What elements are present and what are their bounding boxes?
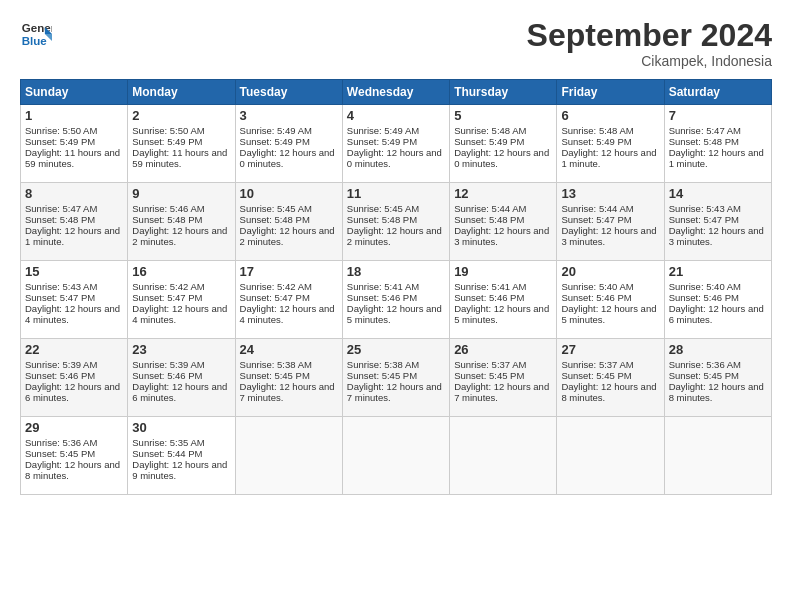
sunrise-label: Sunrise: 5:44 AM (454, 203, 526, 214)
sunset-label: Sunset: 5:45 PM (240, 370, 310, 381)
month-title: September 2024 (527, 18, 772, 53)
daylight-label: Daylight: 12 hours and 5 minutes. (561, 303, 656, 325)
daylight-label: Daylight: 12 hours and 7 minutes. (454, 381, 549, 403)
header: General Blue September 2024 Cikampek, In… (20, 18, 772, 69)
day-number: 20 (561, 264, 659, 279)
daylight-label: Daylight: 12 hours and 8 minutes. (669, 381, 764, 403)
sunset-label: Sunset: 5:47 PM (132, 292, 202, 303)
daylight-label: Daylight: 12 hours and 2 minutes. (240, 225, 335, 247)
sunset-label: Sunset: 5:46 PM (669, 292, 739, 303)
daylight-label: Daylight: 12 hours and 2 minutes. (347, 225, 442, 247)
table-row: 27 Sunrise: 5:37 AM Sunset: 5:45 PM Dayl… (557, 339, 664, 417)
sunrise-label: Sunrise: 5:39 AM (25, 359, 97, 370)
day-number: 26 (454, 342, 552, 357)
title-section: September 2024 Cikampek, Indonesia (527, 18, 772, 69)
table-row: 14 Sunrise: 5:43 AM Sunset: 5:47 PM Dayl… (664, 183, 771, 261)
daylight-label: Daylight: 12 hours and 2 minutes. (132, 225, 227, 247)
day-number: 15 (25, 264, 123, 279)
calendar-table: Sunday Monday Tuesday Wednesday Thursday… (20, 79, 772, 495)
logo-icon: General Blue (20, 18, 52, 50)
day-number: 17 (240, 264, 338, 279)
sunset-label: Sunset: 5:47 PM (669, 214, 739, 225)
daylight-label: Daylight: 12 hours and 8 minutes. (561, 381, 656, 403)
sunrise-label: Sunrise: 5:47 AM (25, 203, 97, 214)
daylight-label: Daylight: 12 hours and 5 minutes. (454, 303, 549, 325)
sunset-label: Sunset: 5:49 PM (240, 136, 310, 147)
sunrise-label: Sunrise: 5:43 AM (25, 281, 97, 292)
day-number: 5 (454, 108, 552, 123)
calendar-week-row: 15 Sunrise: 5:43 AM Sunset: 5:47 PM Dayl… (21, 261, 772, 339)
sunrise-label: Sunrise: 5:38 AM (240, 359, 312, 370)
table-row: 16 Sunrise: 5:42 AM Sunset: 5:47 PM Dayl… (128, 261, 235, 339)
sunrise-label: Sunrise: 5:48 AM (561, 125, 633, 136)
table-row: 22 Sunrise: 5:39 AM Sunset: 5:46 PM Dayl… (21, 339, 128, 417)
table-row: 26 Sunrise: 5:37 AM Sunset: 5:45 PM Dayl… (450, 339, 557, 417)
sunset-label: Sunset: 5:45 PM (347, 370, 417, 381)
daylight-label: Daylight: 12 hours and 3 minutes. (454, 225, 549, 247)
table-row: 19 Sunrise: 5:41 AM Sunset: 5:46 PM Dayl… (450, 261, 557, 339)
day-number: 13 (561, 186, 659, 201)
sunset-label: Sunset: 5:49 PM (454, 136, 524, 147)
sunrise-label: Sunrise: 5:40 AM (561, 281, 633, 292)
day-number: 21 (669, 264, 767, 279)
sunset-label: Sunset: 5:47 PM (561, 214, 631, 225)
sunset-label: Sunset: 5:45 PM (669, 370, 739, 381)
sunrise-label: Sunrise: 5:43 AM (669, 203, 741, 214)
day-number: 10 (240, 186, 338, 201)
col-tuesday: Tuesday (235, 80, 342, 105)
sunrise-label: Sunrise: 5:47 AM (669, 125, 741, 136)
sunset-label: Sunset: 5:48 PM (25, 214, 95, 225)
daylight-label: Daylight: 12 hours and 8 minutes. (25, 459, 120, 481)
page-container: General Blue September 2024 Cikampek, In… (0, 0, 792, 505)
sunset-label: Sunset: 5:45 PM (25, 448, 95, 459)
sunset-label: Sunset: 5:49 PM (132, 136, 202, 147)
logo: General Blue (20, 18, 52, 50)
daylight-label: Daylight: 12 hours and 7 minutes. (240, 381, 335, 403)
day-number: 14 (669, 186, 767, 201)
daylight-label: Daylight: 12 hours and 6 minutes. (669, 303, 764, 325)
daylight-label: Daylight: 12 hours and 0 minutes. (240, 147, 335, 169)
sunrise-label: Sunrise: 5:35 AM (132, 437, 204, 448)
day-number: 28 (669, 342, 767, 357)
day-number: 23 (132, 342, 230, 357)
table-row: 10 Sunrise: 5:45 AM Sunset: 5:48 PM Dayl… (235, 183, 342, 261)
table-row: 15 Sunrise: 5:43 AM Sunset: 5:47 PM Dayl… (21, 261, 128, 339)
daylight-label: Daylight: 12 hours and 4 minutes. (240, 303, 335, 325)
day-number: 25 (347, 342, 445, 357)
day-number: 27 (561, 342, 659, 357)
sunset-label: Sunset: 5:46 PM (454, 292, 524, 303)
table-row: 13 Sunrise: 5:44 AM Sunset: 5:47 PM Dayl… (557, 183, 664, 261)
day-number: 19 (454, 264, 552, 279)
calendar-week-row: 22 Sunrise: 5:39 AM Sunset: 5:46 PM Dayl… (21, 339, 772, 417)
sunset-label: Sunset: 5:47 PM (25, 292, 95, 303)
sunrise-label: Sunrise: 5:41 AM (347, 281, 419, 292)
daylight-label: Daylight: 12 hours and 9 minutes. (132, 459, 227, 481)
calendar-week-row: 29 Sunrise: 5:36 AM Sunset: 5:45 PM Dayl… (21, 417, 772, 495)
day-number: 7 (669, 108, 767, 123)
sunset-label: Sunset: 5:46 PM (347, 292, 417, 303)
day-number: 16 (132, 264, 230, 279)
col-saturday: Saturday (664, 80, 771, 105)
day-number: 29 (25, 420, 123, 435)
table-row: 20 Sunrise: 5:40 AM Sunset: 5:46 PM Dayl… (557, 261, 664, 339)
sunrise-label: Sunrise: 5:44 AM (561, 203, 633, 214)
sunset-label: Sunset: 5:44 PM (132, 448, 202, 459)
table-row: 7 Sunrise: 5:47 AM Sunset: 5:48 PM Dayli… (664, 105, 771, 183)
day-number: 1 (25, 108, 123, 123)
location-subtitle: Cikampek, Indonesia (527, 53, 772, 69)
daylight-label: Daylight: 12 hours and 4 minutes. (25, 303, 120, 325)
sunrise-label: Sunrise: 5:48 AM (454, 125, 526, 136)
table-row (664, 417, 771, 495)
table-row: 3 Sunrise: 5:49 AM Sunset: 5:49 PM Dayli… (235, 105, 342, 183)
table-row (235, 417, 342, 495)
day-number: 22 (25, 342, 123, 357)
table-row (557, 417, 664, 495)
sunset-label: Sunset: 5:45 PM (454, 370, 524, 381)
table-row: 28 Sunrise: 5:36 AM Sunset: 5:45 PM Dayl… (664, 339, 771, 417)
day-number: 18 (347, 264, 445, 279)
sunrise-label: Sunrise: 5:45 AM (240, 203, 312, 214)
daylight-label: Daylight: 12 hours and 3 minutes. (561, 225, 656, 247)
day-number: 30 (132, 420, 230, 435)
sunset-label: Sunset: 5:48 PM (240, 214, 310, 225)
sunrise-label: Sunrise: 5:36 AM (669, 359, 741, 370)
